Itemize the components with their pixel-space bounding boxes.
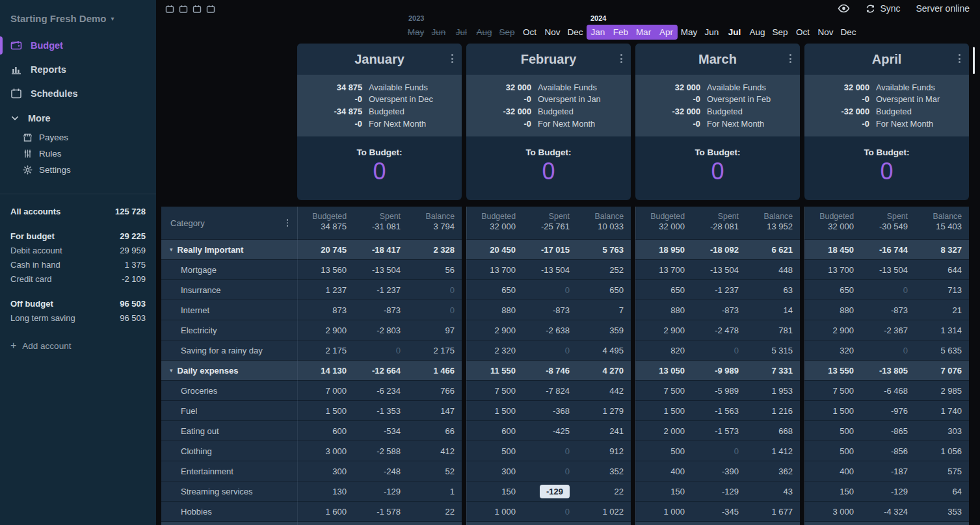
balance-cell[interactable]: 4 270 bbox=[575, 361, 631, 380]
spent-cell[interactable]: -2 367 bbox=[859, 320, 913, 340]
timeline-month[interactable]: Oct bbox=[791, 25, 814, 40]
calendar-view-icon[interactable] bbox=[206, 5, 215, 14]
budgeted-cell[interactable]: 400 bbox=[805, 461, 859, 481]
spent-cell[interactable]: 0 bbox=[521, 441, 575, 461]
timeline-month[interactable]: Sep bbox=[496, 25, 518, 40]
scrollbar-thumb[interactable] bbox=[973, 47, 975, 74]
spent-cell[interactable]: 0 bbox=[521, 461, 575, 481]
timeline-month[interactable]: Feb bbox=[609, 25, 632, 40]
calendar-view-icon[interactable] bbox=[165, 5, 174, 14]
budgeted-cell[interactable]: 130 bbox=[298, 481, 352, 501]
balance-cell[interactable]: 1 022 bbox=[575, 502, 631, 521]
balance-cell[interactable]: 2 985 bbox=[913, 381, 969, 400]
budgeted-cell[interactable]: 1 600 bbox=[298, 502, 352, 521]
budgeted-cell[interactable]: 1 500 bbox=[636, 401, 690, 420]
balance-cell[interactable]: 713 bbox=[913, 280, 969, 300]
balance-cell[interactable]: 66 bbox=[406, 421, 462, 441]
budgeted-cell[interactable]: 13 560 bbox=[298, 260, 352, 279]
timeline-month[interactable]: Dec bbox=[837, 25, 860, 40]
budgeted-cell[interactable]: 500 bbox=[805, 421, 859, 441]
spent-cell[interactable]: 0 bbox=[859, 340, 913, 360]
category-name-cell[interactable]: Saving for a rainy day bbox=[161, 340, 297, 360]
sidebar-item-settings[interactable]: Settings bbox=[0, 162, 156, 178]
off-budget-row[interactable]: Off budget 96 503 bbox=[10, 296, 146, 311]
spent-cell[interactable]: -856 bbox=[859, 441, 913, 461]
spent-cell[interactable]: -129 bbox=[690, 481, 744, 501]
spent-cell[interactable]: -1 353 bbox=[352, 401, 406, 420]
budgeted-cell[interactable]: 650 bbox=[636, 280, 690, 300]
category-name-cell[interactable]: Eating out bbox=[161, 420, 297, 441]
spent-cell[interactable]: -13 504 bbox=[690, 260, 744, 279]
spent-cell[interactable]: -1 563 bbox=[690, 401, 744, 420]
spent-cell[interactable]: 0 bbox=[859, 280, 913, 300]
timeline-month[interactable]: Jul bbox=[723, 25, 746, 40]
spent-cell[interactable]: -6 468 bbox=[859, 381, 913, 400]
budgeted-cell[interactable]: 2 900 bbox=[805, 320, 859, 340]
budgeted-cell[interactable]: 150 bbox=[636, 481, 690, 501]
balance-cell[interactable]: 781 bbox=[744, 320, 800, 340]
timeline-month[interactable]: Apr bbox=[655, 25, 678, 40]
spent-cell[interactable]: -13 504 bbox=[521, 260, 575, 279]
account-row-longterm[interactable]: Long term saving 96 503 bbox=[10, 311, 146, 325]
budgeted-cell[interactable]: 11 550 bbox=[467, 361, 521, 380]
category-name-cell[interactable]: Groceries bbox=[161, 380, 297, 400]
budgeted-cell[interactable]: 2 000 bbox=[636, 421, 690, 441]
spent-cell[interactable]: -16 744 bbox=[859, 240, 913, 259]
budgeted-cell[interactable]: 1 000 bbox=[467, 502, 521, 521]
budgeted-cell[interactable]: 320 bbox=[805, 340, 859, 360]
budgeted-cell[interactable]: 13 550 bbox=[805, 361, 859, 380]
spent-cell[interactable]: 0 bbox=[690, 340, 744, 360]
category-name-cell[interactable]: ▾Daily expenses bbox=[161, 360, 297, 380]
budgeted-cell[interactable]: 1 500 bbox=[805, 401, 859, 420]
spent-cell[interactable]: -2 478 bbox=[690, 320, 744, 340]
balance-cell[interactable]: 56 bbox=[406, 260, 462, 279]
account-row-credit[interactable]: Credit card -2 109 bbox=[10, 272, 146, 286]
balance-cell[interactable]: 252 bbox=[575, 260, 631, 279]
balance-cell[interactable]: 5 635 bbox=[913, 340, 969, 360]
balance-cell[interactable]: 7 331 bbox=[744, 361, 800, 380]
balance-cell[interactable]: 1 056 bbox=[913, 441, 969, 461]
budgeted-cell[interactable]: 18 950 bbox=[636, 240, 690, 259]
timeline-month[interactable]: Nov bbox=[541, 25, 564, 40]
timeline-month[interactable]: Aug bbox=[746, 25, 769, 40]
budgeted-cell[interactable]: 2 900 bbox=[298, 320, 352, 340]
balance-cell[interactable]: 442 bbox=[575, 381, 631, 400]
budgeted-cell[interactable]: 3 000 bbox=[805, 502, 859, 521]
budgeted-cell[interactable]: 7 500 bbox=[467, 381, 521, 400]
budgeted-cell[interactable]: 2 175 bbox=[298, 340, 352, 360]
timeline-month[interactable]: Jun bbox=[427, 25, 450, 40]
spent-cell[interactable]: -5 989 bbox=[690, 381, 744, 400]
privacy-eye-icon[interactable] bbox=[838, 4, 850, 13]
budgeted-cell[interactable]: 600 bbox=[298, 421, 352, 441]
category-name-cell[interactable]: Insurrance bbox=[161, 279, 297, 300]
balance-cell[interactable]: 912 bbox=[575, 441, 631, 461]
budgeted-cell[interactable]: 150 bbox=[467, 481, 521, 501]
balance-cell[interactable]: 448 bbox=[744, 260, 800, 279]
budgeted-cell[interactable]: 880 bbox=[467, 300, 521, 320]
spent-cell[interactable]: -129 bbox=[352, 481, 406, 501]
balance-cell[interactable]: 2 328 bbox=[406, 240, 462, 259]
category-name-cell[interactable]: Entertainment bbox=[161, 461, 297, 481]
category-name-cell[interactable]: Hobbies bbox=[161, 501, 297, 521]
sync-button[interactable]: Sync bbox=[866, 3, 900, 14]
budgeted-cell[interactable]: 1 500 bbox=[467, 401, 521, 420]
budgeted-cell[interactable]: 150 bbox=[805, 481, 859, 501]
to-budget-value[interactable]: 0 bbox=[711, 159, 724, 184]
spent-cell[interactable]: -1 578 bbox=[352, 502, 406, 521]
budgeted-cell[interactable]: 300 bbox=[298, 461, 352, 481]
balance-cell[interactable]: 7 bbox=[575, 300, 631, 320]
balance-cell[interactable]: 303 bbox=[913, 421, 969, 441]
timeline-month[interactable]: Jul bbox=[450, 25, 473, 40]
budgeted-cell[interactable]: 20 745 bbox=[298, 240, 352, 259]
category-name-cell[interactable]: Internet bbox=[161, 300, 297, 320]
balance-cell[interactable]: 766 bbox=[406, 381, 462, 400]
sidebar-item-reports[interactable]: Reports bbox=[0, 58, 156, 81]
spent-cell[interactable]: -873 bbox=[690, 300, 744, 320]
account-row-debit[interactable]: Debit account 29 959 bbox=[10, 243, 146, 257]
balance-cell[interactable]: 52 bbox=[406, 461, 462, 481]
balance-cell[interactable]: 1 412 bbox=[744, 441, 800, 461]
budgeted-cell[interactable]: 400 bbox=[636, 461, 690, 481]
spent-cell[interactable]: 0 bbox=[352, 340, 406, 360]
timeline-month[interactable]: Mar bbox=[632, 25, 655, 40]
to-budget-value[interactable]: 0 bbox=[373, 159, 386, 184]
